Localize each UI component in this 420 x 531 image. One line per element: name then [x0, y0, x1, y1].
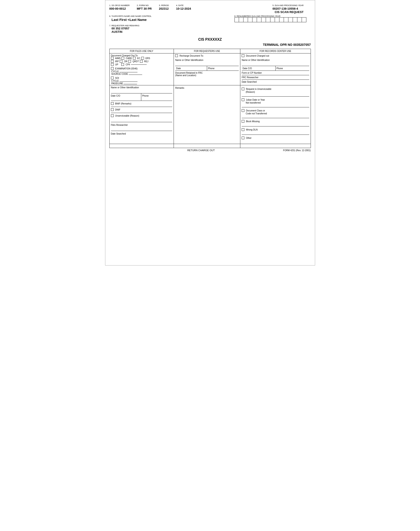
col3-doc-class-group: Document Class or Code not Transferred: [242, 107, 309, 118]
col3-block-missing-row: Block Missing: [242, 120, 309, 123]
dln-cell-16: [302, 17, 306, 22]
field2-label: 2. FORM NO.: [137, 4, 152, 6]
or-checkbox[interactable]: [120, 60, 122, 63]
col1-bnif: BNIF (Remarks): [111, 101, 172, 107]
dln-cell-11: [279, 17, 284, 22]
col3-other-row: Other: [242, 137, 309, 139]
main-table: FOR FILES USE ONLY FOR REQUESTERS USE FO…: [109, 49, 311, 148]
dnif-checkbox[interactable]: [111, 108, 114, 111]
cycle-field[interactable]: [120, 72, 137, 72]
col2-name-id: Name or Other Identification: [175, 59, 239, 66]
col1-phone-cell: Phone: [141, 93, 172, 101]
aims-checkbox[interactable]: [111, 57, 114, 60]
col3-date-phone-row: Date C/O Phone: [242, 66, 309, 71]
up-checkbox[interactable]: [111, 63, 114, 66]
col3-charged-row: Document Charged out: [242, 54, 309, 57]
unserviceable-label: Unserviceable (Reason): [115, 115, 139, 117]
col3-name-id: Name or Other Identification: [242, 59, 309, 66]
col3-unserviceable-row: Request is Unserviceable: [242, 88, 309, 90]
name-location-label: (Name and Location): [175, 74, 239, 76]
col3-julian-label: Julian Date or Year: [246, 99, 265, 101]
qrdt-label: QRDT: [133, 60, 139, 63]
rej-checkbox[interactable]: [140, 60, 143, 63]
qrdt-checkbox[interactable]: [128, 60, 131, 63]
col1-date-searched-label: Date Searched: [111, 133, 126, 135]
field2-value: MFT 30 PR: [137, 7, 152, 10]
dln-cell-9: [270, 17, 275, 22]
ers-checkbox[interactable]: [141, 57, 144, 60]
col3-date-searched-label: Date Searched: [242, 81, 257, 83]
source-code-field[interactable]: [129, 75, 142, 75]
col1-files-researcher: Files Researcher: [111, 122, 172, 131]
bnif-checkbox[interactable]: [111, 102, 114, 105]
dln-cell-15: [297, 17, 302, 22]
dln-cell-1: [235, 17, 239, 22]
rej-label: REJ: [144, 60, 149, 63]
col3-phone-label: Phone: [276, 67, 283, 70]
cp-checkbox[interactable]: [121, 63, 124, 66]
col3-wrong-dln-checkbox[interactable]: [242, 128, 244, 131]
unserviceable-row: Unserviceable (Reason): [111, 114, 172, 117]
col3-name-id-label: Name or Other Identification: [242, 59, 270, 61]
col3-date-cell: Date C/O: [242, 66, 276, 71]
ers-label: ERS: [146, 57, 150, 60]
care-checkbox[interactable]: [121, 57, 124, 60]
requester-line1: 00 352 07057: [112, 27, 311, 30]
col3-julian-group: Julian Date or Year Not transferred: [242, 97, 309, 107]
center-title: CIS PXXXXXZ: [109, 38, 311, 42]
dln-cell-6: [257, 17, 261, 22]
irp-checkbox[interactable]: [111, 60, 114, 63]
col3-wrong-dln-row: Wrong DLN: [242, 128, 309, 131]
col1-row1: Document Charged Out To: AIMS CARE EC ER…: [109, 53, 174, 85]
cis-scan-label: CIS SCAN REQUEST: [272, 10, 303, 14]
taxpayer-name: Last First <Last Name: [112, 18, 230, 22]
ec-label: EC: [137, 57, 140, 60]
col3-other-checkbox[interactable]: [242, 137, 244, 139]
col2-date-label: Date: [176, 67, 181, 70]
dln-cell-2: [239, 17, 243, 22]
col3-unserviceable-checkbox[interactable]: [242, 88, 244, 90]
col1-phone-label: Phone: [142, 94, 149, 97]
col2-remarks: Remarks: [175, 86, 239, 136]
field3-value: 202312: [159, 7, 169, 10]
col3-reason-label: (Reason): [246, 91, 309, 93]
exam-checkbox[interactable]: [111, 67, 114, 70]
ec-checkbox[interactable]: [133, 57, 136, 60]
col3-unserviceable-group: Request is Unserviceable (Reason): [242, 86, 309, 97]
unserviceable-checkbox[interactable]: [111, 114, 114, 117]
col3-frc-researcher: FRC Researcher: [242, 75, 309, 80]
col3-wrong-dln-group: Wrong DLN: [242, 126, 309, 135]
field8-label: 8. RENUMBERED DLN AND PROCESSING YEAR: [235, 15, 311, 17]
field2-group: 2. FORM NO. MFT 30 PR: [137, 4, 152, 10]
table-row-1: Document Charged Out To: AIMS CARE EC ER…: [109, 53, 311, 85]
col3-other-group: Other: [242, 135, 309, 143]
field3-group: 3. PERIOD 202312: [159, 4, 169, 10]
col2-date-cell: Date: [175, 66, 207, 71]
table-footer-row: [109, 144, 311, 148]
col3-doc-class-checkbox[interactable]: [242, 109, 244, 112]
col3-julian-checkbox[interactable]: [242, 98, 244, 101]
cp-field[interactable]: [131, 64, 147, 65]
requester-line2: AUSTIN: [112, 30, 311, 33]
soi-checkbox[interactable]: [111, 76, 114, 79]
col3-row2: Request is Unserviceable (Reason) Julian…: [240, 85, 311, 144]
terminal-title: TERMINAL OPR NO 0035207057: [109, 43, 311, 46]
dln-cell-10: [275, 17, 279, 22]
col3-charged-checkbox[interactable]: [242, 54, 244, 57]
checkbox-row-aims-ers: AIMS CARE EC ERS: [111, 57, 172, 60]
col2-retained: Document Retained in FRC (Name and Locat…: [175, 72, 239, 83]
col3-phone-cell: Phone: [276, 66, 309, 71]
col3-other-label: Other: [246, 137, 252, 139]
col2-row1: Recharge Document To: Name or Other Iden…: [174, 53, 240, 85]
page-line-label: PAGE/LINE: [111, 82, 123, 85]
col3-frc-researcher-label: FRC Researcher: [242, 76, 258, 79]
field4-group: 4. DATE 10-12-2024: [176, 4, 191, 10]
col1-unserviceable: Unserviceable (Reason): [111, 113, 172, 122]
recharge-checkbox[interactable]: [175, 54, 178, 57]
page-line-line: PAGE/LINE: [111, 82, 172, 85]
form-page: 1. SS OR EI NUMBER 000-00-0012 2. FORM N…: [105, 0, 315, 266]
col3-block-missing-checkbox[interactable]: [242, 120, 244, 123]
dnif-row: DNIF: [111, 108, 172, 111]
soi-checkbox-row: SOI: [111, 76, 172, 79]
col1-footer: [109, 144, 174, 148]
